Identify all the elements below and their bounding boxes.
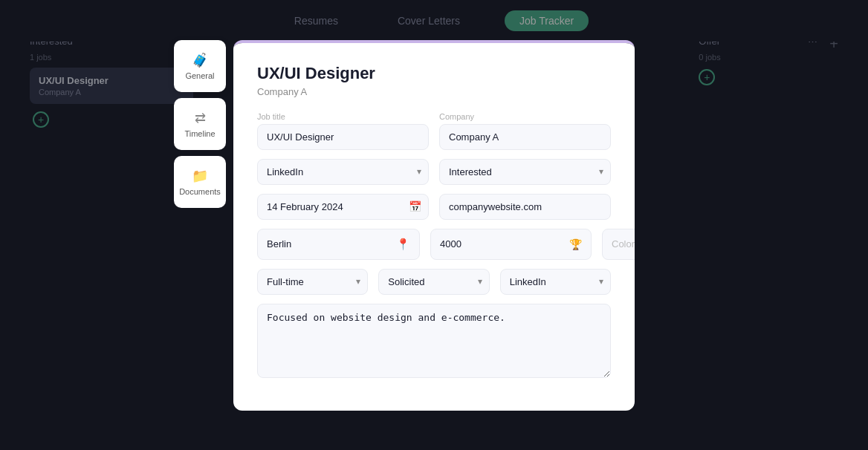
modal-container: 🧳 General ⇄ Timeline 📁 Documents UX/UI D… [233, 40, 635, 411]
tab-timeline[interactable]: ⇄ Timeline [174, 98, 226, 150]
website-group [439, 194, 611, 220]
tab-timeline-label: Timeline [184, 129, 215, 138]
job-title-group: Job title [257, 112, 429, 150]
trophy-icon: 🏆 [569, 238, 582, 250]
location-group: 📍 [257, 229, 420, 260]
modal-subtitle: Company A [257, 86, 611, 97]
status-select[interactable]: Interested Applied Interview Offer Rejec… [439, 159, 611, 185]
modal-title: UX/UI Designer [257, 64, 611, 83]
documents-icon: 📁 [192, 168, 208, 184]
company-label: Company [439, 112, 611, 121]
date-group: 📅 [257, 194, 429, 220]
salary-group: 🏆 [430, 229, 592, 260]
application-type-select[interactable]: Solicited Unsolicited [378, 269, 489, 295]
job-title-input[interactable] [257, 124, 429, 150]
job-title-label: Job title [257, 112, 429, 121]
application-type-group: Solicited Unsolicited [378, 269, 489, 295]
company-group: Company [439, 112, 611, 150]
form-row-3: 📅 [257, 194, 611, 220]
employment-group: Full-time Part-time Contract Freelance [257, 269, 368, 295]
notes-group: Focused on website design and e-commerce… [257, 304, 611, 381]
tab-documents-label: Documents [179, 187, 221, 196]
company-input[interactable] [439, 124, 611, 150]
tab-documents[interactable]: 📁 Documents [174, 156, 226, 208]
form-row-2: LinkedIn Indeed Glassdoor Other Interest… [257, 159, 611, 185]
modal-overlay: 🧳 General ⇄ Timeline 📁 Documents UX/UI D… [0, 0, 868, 450]
tab-general[interactable]: 🧳 General [174, 40, 226, 92]
form-row-4: 📍 🏆 Color [257, 229, 611, 260]
form-row-5: Full-time Part-time Contract Freelance S… [257, 269, 611, 295]
status-group: Interested Applied Interview Offer Rejec… [439, 159, 611, 185]
pin-icon: 📍 [396, 238, 410, 251]
tab-general-label: General [185, 71, 214, 80]
form-row-notes: Focused on website design and e-commerce… [257, 304, 611, 381]
general-icon: 🧳 [192, 52, 208, 68]
sidebar-tabs: 🧳 General ⇄ Timeline 📁 Documents [174, 40, 226, 208]
source-select[interactable]: LinkedIn Indeed Glassdoor Other [257, 159, 429, 185]
website-input[interactable] [439, 194, 611, 220]
location-input[interactable] [267, 238, 392, 250]
date-input[interactable] [257, 194, 429, 220]
form-row-1: Job title Company [257, 112, 611, 150]
notes-textarea[interactable]: Focused on website design and e-commerce… [257, 304, 611, 378]
platform-select[interactable]: LinkedIn Indeed Glassdoor Other [500, 269, 611, 295]
salary-input[interactable] [440, 238, 565, 250]
calendar-icon: 📅 [409, 200, 421, 212]
color-label: Color [612, 238, 635, 250]
color-group: Color [602, 229, 635, 260]
employment-select[interactable]: Full-time Part-time Contract Freelance [257, 269, 368, 295]
platform-group: LinkedIn Indeed Glassdoor Other [500, 269, 611, 295]
timeline-icon: ⇄ [195, 110, 206, 126]
job-detail-modal: UX/UI Designer Company A Job title Compa… [233, 40, 635, 411]
source-group: LinkedIn Indeed Glassdoor Other [257, 159, 429, 185]
